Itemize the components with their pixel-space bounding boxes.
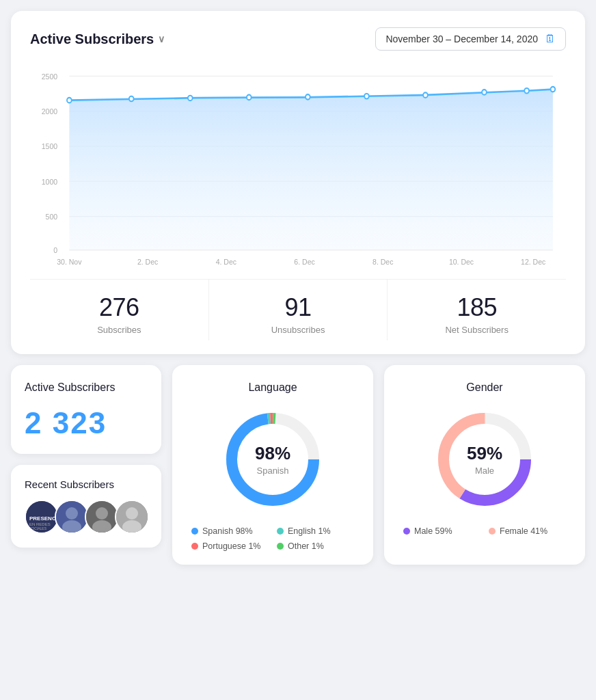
top-card: Active Subscribers ∨ November 30 – Decem…	[11, 11, 585, 354]
date-picker[interactable]: November 30 – December 14, 2020 🗓	[375, 27, 566, 51]
legend-portuguese: Portuguese 1%	[191, 541, 269, 551]
female-label: Female 41%	[500, 526, 547, 536]
stat-subscribes: 276 Subscribes	[30, 280, 209, 340]
data-point	[423, 92, 428, 97]
x-label-4dec: 4. Dec	[216, 258, 237, 267]
recent-subscribers-card: Recent Subscribers PRESENCIA EN REDES SO…	[11, 465, 161, 548]
gender-card: Gender 59% Male Male 59%	[384, 365, 585, 565]
active-subs-title: Active Subscribers	[25, 381, 148, 394]
subscribes-label: Subscribes	[37, 325, 202, 335]
data-point	[364, 94, 369, 98]
x-label-2dec: 2. Dec	[137, 258, 159, 267]
data-point	[67, 98, 72, 103]
legend-other: Other 1%	[277, 541, 354, 551]
card-header: Active Subscribers ∨ November 30 – Decem…	[30, 27, 566, 51]
recent-subs-title: Recent Subscribers	[25, 479, 148, 490]
subscribes-number: 276	[37, 293, 202, 322]
english-label: English 1%	[288, 526, 331, 536]
avatars-row: PRESENCIA EN REDES SOCIALES	[25, 500, 148, 534]
area-fill	[69, 90, 553, 250]
date-range-label: November 30 – December 14, 2020	[385, 33, 538, 44]
male-label: Male 59%	[414, 526, 452, 536]
net-subscribers-label: Net Subscribers	[394, 325, 559, 335]
y-label-1000: 1000	[42, 177, 57, 186]
y-label-1500: 1500	[42, 142, 57, 151]
active-subscribers-title: Active Subscribers	[30, 31, 154, 47]
gender-sub: Male	[475, 466, 494, 476]
english-dot	[277, 528, 284, 535]
avatar-1: PRESENCIA EN REDES SOCIALES	[25, 500, 59, 534]
chart-svg: 2500 2000 1500 1000 500 0	[30, 62, 566, 273]
data-point	[188, 96, 193, 100]
active-subscribers-card: Active Subscribers 2 323	[11, 365, 161, 454]
unsubscribes-number: 91	[216, 293, 381, 322]
left-column: Active Subscribers 2 323 Recent Subscrib…	[11, 365, 161, 565]
y-label-2500: 2500	[42, 72, 57, 81]
avatar-3	[85, 500, 119, 534]
svg-text:PRESENCIA: PRESENCIA	[29, 515, 57, 522]
language-donut-container: 98% Spanish	[186, 405, 360, 514]
x-label-12dec: 12. Dec	[521, 258, 546, 267]
other-label: Other 1%	[288, 541, 324, 551]
calendar-icon: 🗓	[545, 33, 556, 45]
svg-point-14	[96, 507, 108, 520]
x-label-6dec: 6. Dec	[294, 258, 315, 267]
stat-unsubscribes: 91 Unsubscribes	[209, 280, 388, 340]
language-percent: 98%	[255, 443, 290, 464]
legend-spanish: Spanish 98%	[191, 526, 269, 536]
gender-donut-container: 59% Male	[398, 405, 571, 514]
language-title: Language	[186, 381, 360, 394]
portuguese-label: Portuguese 1%	[202, 541, 260, 551]
net-subscribers-number: 185	[394, 293, 559, 322]
data-point	[306, 94, 310, 99]
legend-english: English 1%	[277, 526, 354, 536]
spanish-label: Spanish 98%	[202, 526, 253, 536]
active-subs-number: 2 323	[25, 406, 148, 440]
bottom-row: Active Subscribers 2 323 Recent Subscrib…	[11, 365, 585, 565]
title-dropdown[interactable]: Active Subscribers ∨	[30, 31, 165, 47]
area-chart: 2500 2000 1500 1000 500 0	[30, 62, 566, 273]
data-point	[129, 96, 134, 101]
avatar-2	[55, 500, 89, 534]
portuguese-dot	[191, 543, 198, 550]
gender-percent: 59%	[467, 443, 502, 464]
avatar-4	[115, 500, 149, 534]
gender-legend: Male 59% Female 41%	[398, 526, 571, 536]
x-label-30nov: 30. Nov	[57, 258, 82, 267]
chevron-down-icon: ∨	[158, 33, 165, 44]
x-label-8dec: 8. Dec	[372, 258, 394, 267]
y-label-0: 0	[53, 246, 57, 255]
language-legend: Spanish 98% English 1% Portuguese 1% Oth…	[186, 526, 360, 551]
gender-center: 59% Male	[467, 443, 502, 476]
language-center: 98% Spanish	[255, 443, 290, 476]
data-point	[524, 88, 529, 93]
language-sub: Spanish	[257, 466, 289, 476]
y-label-500: 500	[46, 212, 58, 221]
stat-net-subscribers: 185 Net Subscribers	[388, 280, 566, 340]
other-dot	[277, 543, 284, 550]
legend-male: Male 59%	[403, 526, 480, 536]
data-point	[551, 87, 556, 92]
svg-point-11	[66, 507, 78, 520]
svg-text:SOCIALES: SOCIALES	[29, 526, 47, 530]
y-label-2000: 2000	[42, 107, 57, 116]
language-card: Language 98% Spanish	[172, 365, 373, 565]
male-dot	[403, 528, 410, 535]
svg-point-17	[126, 507, 138, 520]
unsubscribes-label: Unsubscribes	[216, 325, 381, 335]
legend-female: Female 41%	[489, 526, 566, 536]
stats-row: 276 Subscribes 91 Unsubscribes 185 Net S…	[30, 279, 566, 340]
data-point	[482, 90, 487, 94]
female-dot	[489, 528, 496, 535]
spanish-dot	[191, 528, 198, 535]
gender-title: Gender	[398, 381, 571, 394]
x-label-10dec: 10. Dec	[449, 258, 474, 267]
data-point	[247, 95, 252, 100]
